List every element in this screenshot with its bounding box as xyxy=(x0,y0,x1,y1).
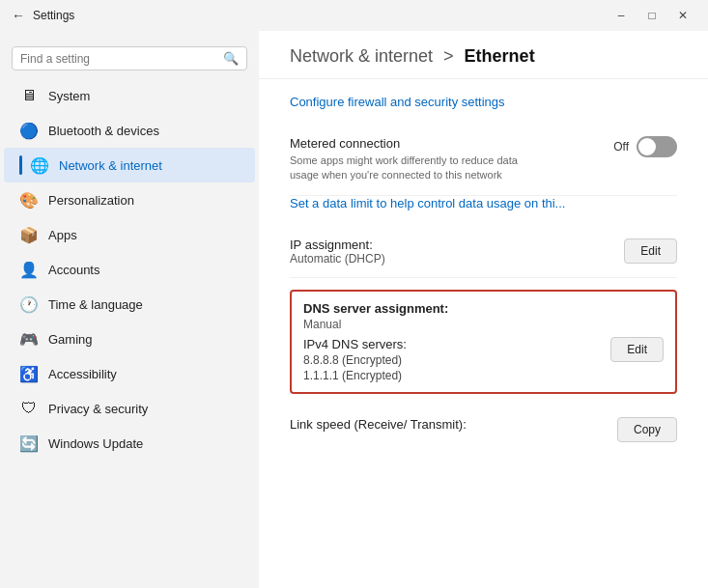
sidebar-item-system[interactable]: 🖥System xyxy=(4,78,255,113)
sidebar-item-label-personalization: Personalization xyxy=(48,193,134,208)
ip-assignment-row: IP assignment: Automatic (DHCP) Edit xyxy=(290,226,677,278)
sidebar-item-windows-update[interactable]: 🔄Windows Update xyxy=(4,426,255,461)
privacy-icon: 🛡 xyxy=(19,399,39,418)
back-icon[interactable]: ← xyxy=(12,8,25,23)
accounts-icon: 👤 xyxy=(19,260,39,279)
link-speed-row: Link speed (Receive/ Transmit): Copy xyxy=(290,406,677,454)
accessibility-icon: ♿ xyxy=(19,364,39,383)
metered-connection-control: Off xyxy=(613,136,677,157)
active-indicator xyxy=(19,155,22,175)
sidebar-item-label-accessibility: Accessibility xyxy=(48,367,117,381)
sidebar-item-accounts[interactable]: 👤Accounts xyxy=(4,252,255,287)
bluetooth-icon: 🔵 xyxy=(19,121,39,140)
sidebar-item-gaming[interactable]: 🎮Gaming xyxy=(4,322,255,356)
main-layout: 🔍 🖥System🔵Bluetooth & devices🌐Network & … xyxy=(0,31,708,588)
ip-assignment-label: IP assignment: xyxy=(290,238,385,252)
personalization-icon: 🎨 xyxy=(19,190,39,210)
gaming-icon: 🎮 xyxy=(19,329,39,349)
data-limit-link[interactable]: Set a data limit to help control data us… xyxy=(290,196,677,210)
dns-box: DNS server assignment: Manual IPv4 DNS s… xyxy=(290,290,677,394)
dns-server-2: 1.1.1.1 (Encrypted) xyxy=(303,369,407,382)
sidebar-item-apps[interactable]: 📦Apps xyxy=(4,217,255,252)
copy-button[interactable]: Copy xyxy=(617,417,677,442)
minimize-button[interactable]: – xyxy=(608,6,635,25)
title-bar-title: Settings xyxy=(33,9,74,22)
sidebar-item-label-privacy: Privacy & security xyxy=(48,402,148,416)
toggle-label: Off xyxy=(613,140,629,154)
ip-row-info: IP assignment: Automatic (DHCP) xyxy=(290,238,385,266)
sidebar: 🔍 🖥System🔵Bluetooth & devices🌐Network & … xyxy=(0,31,259,588)
breadcrumb: Network & internet > Ethernet xyxy=(290,46,677,67)
dns-server-1: 8.8.8.8 (Encrypted) xyxy=(303,353,407,367)
system-icon: 🖥 xyxy=(19,86,39,105)
breadcrumb-parent: Network & internet xyxy=(290,46,433,66)
title-bar: ← Settings – □ ✕ xyxy=(0,0,708,31)
content-panel: Network & internet > Ethernet Configure … xyxy=(259,31,708,588)
sidebar-items-container: 🖥System🔵Bluetooth & devices🌐Network & in… xyxy=(0,78,259,461)
dns-edit-button[interactable]: Edit xyxy=(610,337,664,362)
sidebar-item-label-gaming: Gaming xyxy=(48,332,93,347)
ipv4-dns-label: IPv4 DNS servers: xyxy=(303,337,407,351)
sidebar-item-accessibility[interactable]: ♿Accessibility xyxy=(4,356,255,391)
time-icon: 🕐 xyxy=(19,294,39,314)
apps-icon: 📦 xyxy=(19,225,39,244)
breadcrumb-current: Ethernet xyxy=(465,46,535,66)
windows-update-icon: 🔄 xyxy=(19,434,39,453)
dns-assignment-label: DNS server assignment: xyxy=(303,301,664,316)
sidebar-item-bluetooth[interactable]: 🔵Bluetooth & devices xyxy=(4,113,255,148)
sidebar-item-label-time: Time & language xyxy=(48,297,143,312)
sidebar-item-label-bluetooth: Bluetooth & devices xyxy=(48,124,159,138)
sidebar-item-label-windows-update: Windows Update xyxy=(48,436,143,451)
dns-servers-row: IPv4 DNS servers: 8.8.8.8 (Encrypted) 1.… xyxy=(303,337,664,382)
metered-connection-toggle[interactable] xyxy=(637,136,677,157)
close-button[interactable]: ✕ xyxy=(669,6,696,25)
title-bar-left: ← Settings xyxy=(12,8,74,23)
metered-connection-label: Metered connection xyxy=(290,136,523,151)
metered-connection-info: Metered connection Some apps might work … xyxy=(290,136,523,183)
sidebar-item-network[interactable]: 🌐Network & internet xyxy=(4,148,255,182)
search-input[interactable] xyxy=(20,52,223,66)
ip-assignment-edit-button[interactable]: Edit xyxy=(624,238,677,264)
metered-connection-desc: Some apps might work differently to redu… xyxy=(290,154,523,183)
metered-connection-row: Metered connection Some apps might work … xyxy=(290,125,677,196)
sidebar-item-personalization[interactable]: 🎨Personalization xyxy=(4,182,255,217)
sidebar-item-label-accounts: Accounts xyxy=(48,263,99,277)
toggle-knob xyxy=(638,138,656,155)
content-body: Configure firewall and security settings… xyxy=(259,79,708,469)
sidebar-item-label-apps: Apps xyxy=(48,228,77,242)
search-icon: 🔍 xyxy=(223,51,239,66)
search-box[interactable]: 🔍 xyxy=(12,46,247,70)
sidebar-item-label-system: System xyxy=(48,89,90,103)
maximize-button[interactable]: □ xyxy=(638,6,666,25)
content-header: Network & internet > Ethernet xyxy=(259,31,708,79)
breadcrumb-separator: > xyxy=(443,46,454,66)
dns-assignment-sub: Manual xyxy=(303,318,664,331)
sidebar-item-privacy[interactable]: 🛡Privacy & security xyxy=(4,391,255,426)
dns-servers-info: IPv4 DNS servers: 8.8.8.8 (Encrypted) 1.… xyxy=(303,337,407,382)
title-bar-controls: – □ ✕ xyxy=(608,6,696,25)
link-speed-label: Link speed (Receive/ Transmit): xyxy=(290,417,467,432)
ip-assignment-value: Automatic (DHCP) xyxy=(290,252,385,266)
sidebar-item-time[interactable]: 🕐Time & language xyxy=(4,287,255,322)
configure-firewall-link[interactable]: Configure firewall and security settings xyxy=(290,95,677,109)
network-icon: 🌐 xyxy=(30,155,49,175)
sidebar-item-label-network: Network & internet xyxy=(59,158,162,173)
